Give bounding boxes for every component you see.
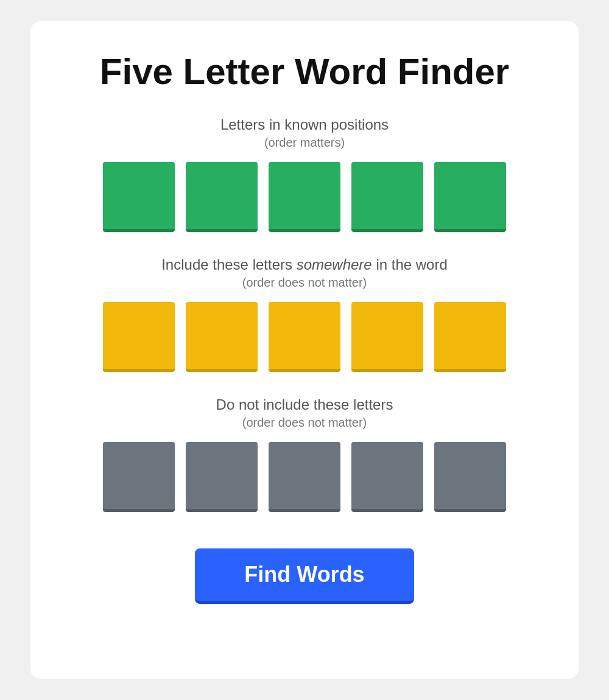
exclude-letters-tile-row [103, 442, 506, 512]
include-letters-sublabel: (order does not matter) [242, 276, 367, 290]
known-positions-tile-row [103, 162, 506, 232]
main-card: Five Letter Word Finder Letters in known… [30, 21, 579, 679]
exclude-tile-5[interactable] [434, 442, 506, 512]
exclude-tile-4[interactable] [351, 442, 423, 512]
include-letters-label: Include these letters somewhere in the w… [161, 256, 448, 273]
exclude-letters-label: Do not include these letters [216, 396, 393, 413]
exclude-tile-3[interactable] [269, 442, 340, 512]
find-words-button[interactable]: Find Words [195, 548, 414, 604]
known-tile-3[interactable] [269, 162, 340, 232]
known-positions-sublabel: (order matters) [264, 136, 345, 150]
include-letters-tile-row [103, 302, 506, 372]
include-tile-4[interactable] [351, 302, 423, 372]
include-letters-section: Include these letters somewhere in the w… [67, 256, 542, 372]
known-tile-2[interactable] [186, 162, 258, 232]
known-positions-label: Letters in known positions [220, 116, 389, 133]
page-title: Five Letter Word Finder [100, 52, 509, 92]
exclude-tile-1[interactable] [103, 442, 175, 512]
include-tile-5[interactable] [434, 302, 506, 372]
include-tile-2[interactable] [186, 302, 258, 372]
exclude-letters-sublabel: (order does not matter) [242, 416, 367, 430]
include-tile-1[interactable] [103, 302, 175, 372]
known-tile-1[interactable] [103, 162, 175, 232]
known-tile-5[interactable] [434, 162, 506, 232]
known-positions-section: Letters in known positions (order matter… [67, 116, 542, 232]
exclude-letters-section: Do not include these letters (order does… [67, 396, 542, 512]
known-tile-4[interactable] [351, 162, 423, 232]
include-tile-3[interactable] [269, 302, 340, 372]
exclude-tile-2[interactable] [186, 442, 258, 512]
